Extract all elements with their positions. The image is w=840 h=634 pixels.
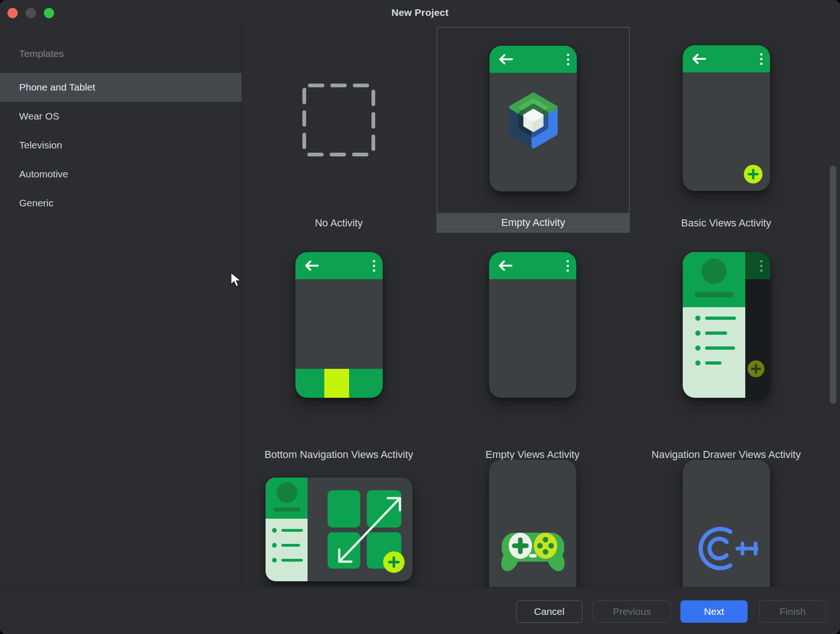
cpp-logo-icon — [698, 524, 758, 573]
footer-bar: Cancel Previous Next Finish — [0, 587, 840, 634]
dashed-square-icon — [301, 83, 376, 157]
back-arrow-icon — [498, 54, 513, 64]
template-label-selected: Empty Activity — [437, 213, 629, 232]
nav-drawer-panel — [683, 252, 745, 398]
next-button[interactable]: Next — [680, 600, 748, 623]
template-card-responsive-views[interactable] — [266, 478, 413, 581]
back-arrow-icon — [691, 54, 706, 64]
finish-button[interactable]: Finish — [759, 600, 826, 623]
phone-appbar — [683, 45, 770, 72]
phone-mockup — [489, 252, 576, 398]
kebab-menu-icon — [567, 54, 569, 65]
sidebar-item-label: Phone and Tablet — [19, 82, 95, 93]
sidebar-item-television[interactable]: Television — [0, 131, 242, 160]
title-bar: New Project — [0, 0, 840, 25]
sidebar-item-generic[interactable]: Generic — [0, 189, 242, 218]
sidebar-item-label: Generic — [19, 197, 54, 209]
template-card-game-activity[interactable] — [435, 460, 630, 587]
mouse-cursor — [230, 272, 243, 288]
sidebar-list: Phone and Tablet Wear OS Television Auto… — [0, 73, 242, 218]
sidebar-item-automotive[interactable]: Automotive — [0, 160, 242, 189]
bottom-nav-bar — [295, 369, 383, 398]
template-label: Basic Views Activity — [629, 213, 824, 232]
template-label: Navigation Drawer Views Activity — [629, 424, 824, 465]
sidebar-item-phone-and-tablet[interactable]: Phone and Tablet — [0, 73, 242, 102]
phone-appbar — [489, 252, 576, 279]
drawer-list-item — [695, 331, 727, 336]
username-bar — [694, 292, 734, 297]
phone-appbar — [295, 252, 383, 279]
phone-appbar — [490, 46, 577, 73]
gamepad-icon — [498, 525, 568, 577]
phone-mockup — [490, 46, 577, 191]
fab-plus-icon — [744, 165, 763, 183]
sidebar-item-label: Television — [19, 140, 62, 151]
kebab-menu-icon — [760, 53, 763, 65]
template-gallery: No Activity — [242, 25, 840, 587]
template-card-no-activity[interactable]: No Activity — [242, 27, 435, 232]
template-card-empty-activity[interactable]: Empty Activity — [437, 27, 630, 232]
drawer-list-item — [695, 316, 736, 321]
templates-sidebar: Templates Phone and Tablet Wear OS Telev… — [0, 25, 242, 587]
drawer-header — [683, 252, 745, 307]
cancel-button[interactable]: Cancel — [516, 600, 582, 623]
template-card-basic-views-activity[interactable]: Basic Views Activity — [629, 27, 824, 232]
phone-mockup — [683, 252, 770, 398]
scrollbar-thumb[interactable] — [830, 166, 836, 404]
sidebar-header: Templates — [19, 48, 242, 59]
jetpack-compose-logo — [505, 91, 561, 152]
template-card-native-cpp[interactable] — [629, 460, 824, 587]
kebab-menu-icon — [567, 260, 569, 272]
new-project-dialog: New Project Templates Phone and Tablet W… — [0, 0, 840, 634]
sidebar-item-wear-os[interactable]: Wear OS — [0, 102, 242, 131]
phone-mockup — [295, 252, 383, 398]
fab-plus-icon — [383, 551, 405, 573]
drawer-list-item — [695, 345, 735, 351]
back-arrow-icon — [304, 261, 319, 271]
template-label: Empty Views Activity — [435, 424, 630, 465]
previous-button[interactable]: Previous — [593, 600, 671, 623]
sidebar-item-label: Wear OS — [19, 111, 59, 122]
drawer-list-item — [695, 360, 721, 366]
phone-mockup — [683, 45, 770, 191]
phone-mockup — [683, 460, 770, 587]
back-arrow-icon — [497, 261, 512, 271]
bottom-nav-selected-tab — [324, 369, 349, 398]
avatar-icon — [701, 259, 727, 284]
phone-mockup — [489, 460, 576, 587]
kebab-menu-icon — [373, 260, 375, 272]
template-label: No Activity — [242, 213, 435, 232]
template-label: Bottom Navigation Views Activity — [255, 424, 422, 465]
fab-plus-icon-dimmed — [748, 360, 764, 377]
kebab-menu-icon — [760, 260, 763, 272]
sidebar-item-label: Automotive — [19, 169, 68, 180]
window-title: New Project — [0, 0, 840, 25]
